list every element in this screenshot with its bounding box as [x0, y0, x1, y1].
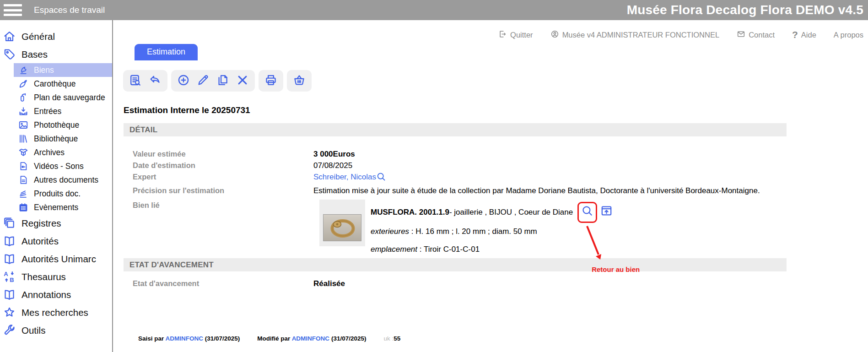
field-row-expert: Expert Schreiber, Nicolas — [124, 171, 868, 185]
sidebar-item-mes-recherches[interactable]: Mes recherches — [0, 303, 112, 321]
sidebar-item-bases[interactable]: Bases — [0, 45, 112, 63]
sidebar-item-produits-doc[interactable]: Produits doc. — [14, 187, 112, 200]
photo-icon — [18, 120, 28, 130]
apropos-label: A propos — [834, 31, 863, 39]
toolbar-group — [171, 70, 255, 92]
section-detail-header: DÉTAIL — [124, 123, 787, 136]
modifie-user-link[interactable]: ADMINFONC — [292, 335, 330, 342]
add-button[interactable] — [177, 74, 190, 88]
question-icon: ? — [792, 29, 798, 40]
aide-link[interactable]: ? Aide — [792, 29, 816, 40]
fire-extinguisher-icon — [18, 92, 28, 103]
open-record-button[interactable] — [581, 205, 593, 220]
sidebar-item-phototheque[interactable]: Photothèque — [14, 118, 112, 132]
field-label: Expert — [124, 171, 313, 183]
sidebar-item-outils[interactable]: Outils — [0, 321, 112, 339]
registers-icon — [3, 217, 16, 229]
field-label: Valeur estimée — [124, 148, 313, 160]
edit-button[interactable] — [197, 74, 210, 88]
pencil-icon — [197, 74, 210, 88]
dimensions-value: : H. 16 mm ; l. 20 mm ; diam. 50 mm — [409, 227, 537, 236]
paper-stack-icon — [18, 189, 28, 199]
sidebar-item-thesaurus[interactable]: ABThesaurus — [0, 268, 112, 286]
video-file-icon — [18, 161, 28, 171]
linked-item-thumbnail[interactable] — [319, 200, 365, 246]
sidebar-item-label: Autorités Unimarc — [22, 254, 96, 265]
back-button[interactable] — [149, 74, 162, 88]
user-icon — [550, 30, 559, 40]
sidebar-item-label: Autres documents — [34, 175, 98, 185]
section-progress-header: ETAT D'AVANCEMENT — [124, 258, 787, 271]
printer-icon — [264, 74, 277, 88]
sidebar-item-general[interactable]: Général — [0, 27, 112, 45]
sidebar-item-label: Archives — [34, 148, 65, 157]
linked-item-description: - joaillerie , BIJOU , Coeur de Diane — [449, 207, 573, 218]
sidebar-item-annotations[interactable]: Annotations — [0, 286, 112, 303]
menu-icon[interactable] — [4, 4, 22, 16]
contact-label: Contact — [749, 31, 775, 39]
plus-circle-icon — [177, 74, 190, 88]
expert-lookup-button[interactable] — [376, 172, 386, 185]
workspace-label: Espaces de travail — [34, 5, 105, 15]
user-label: Musée v4 ADMINISTRATEUR FONCTIONNEL — [562, 31, 720, 39]
sidebar-item-carotheque[interactable]: Carothèque — [14, 77, 112, 91]
inbox-download-icon — [18, 106, 28, 116]
location-value: : Tiroir C-01-C-01 — [417, 245, 480, 254]
display-list-button[interactable] — [129, 74, 142, 88]
sidebar-item-biens[interactable]: Biens — [14, 63, 112, 77]
envelope-icon — [737, 30, 745, 40]
sidebar-item-archives[interactable]: Archives — [14, 146, 112, 159]
sidebar-item-entrees[interactable]: Entrées — [14, 104, 112, 118]
sidebar-item-autorites-unimarc[interactable]: Autorités Unimarc — [0, 250, 112, 268]
linked-item-text: MUSFLORA. 2001.1.9 - joaillerie , BIJOU … — [371, 200, 613, 255]
sidebar-item-label: Autorités — [22, 236, 59, 247]
record-footer: Saisi par ADMINFONC (31/07/2025) Modifié… — [138, 335, 868, 342]
sidebar-item-bibliotheque[interactable]: Bibliothèque — [14, 132, 112, 146]
section-detail-title: DÉTAIL — [129, 125, 157, 135]
sidebar-item-autorites[interactable]: Autorités — [0, 232, 112, 250]
delete-button[interactable] — [236, 74, 249, 88]
quitter-link[interactable]: Quitter — [498, 30, 533, 40]
sidebar-item-plan-de-sauvegarde[interactable]: Plan de sauvegarde — [14, 91, 112, 104]
detail-fields: Valeur estimée 3 000Euros Date d'estimat… — [124, 148, 868, 255]
open-book-icon — [3, 288, 16, 301]
field-value: 07/08/2025 — [313, 160, 352, 171]
tag-icon — [3, 48, 16, 60]
duplicate-button[interactable] — [216, 74, 229, 88]
sidebar-item-label: Outils — [22, 325, 45, 336]
dimensions-label: exterieures — [371, 227, 409, 236]
doc-file-icon — [18, 175, 28, 185]
open-book-icon — [3, 235, 16, 247]
open-window-button[interactable] — [600, 205, 613, 220]
modifie-info: Modifié par ADMINFONC (31/07/2025) — [257, 335, 366, 342]
sort-ab-icon: AB — [3, 271, 16, 283]
sidebar-item-label: Evènements — [34, 203, 78, 212]
contact-link[interactable]: Contact — [737, 30, 775, 40]
open-book-icon — [3, 253, 16, 265]
basket-icon — [293, 74, 306, 88]
sidebar-item-label: Produits doc. — [34, 189, 81, 199]
saisi-info: Saisi par ADMINFONC (31/07/2025) — [138, 335, 240, 342]
sidebar-item-videos-sons[interactable]: Vidéos - Sons — [14, 159, 112, 173]
apropos-link[interactable]: A propos — [834, 31, 863, 39]
annotation-label: Retour au bien — [592, 264, 640, 275]
expert-link[interactable]: Schreiber, Nicolas — [313, 173, 376, 181]
basket-button[interactable] — [293, 74, 306, 88]
field-value: 3 000Euros — [313, 148, 355, 160]
sidebar-item-evenements[interactable]: Evènements — [14, 200, 112, 214]
user-menu[interactable]: Musée v4 ADMINISTRATEUR FONCTIONNEL — [550, 30, 720, 40]
sidebar-nav: GénéralBasesBiensCarothèquePlan de sauve… — [0, 20, 113, 352]
field-label: Bien lié — [124, 200, 313, 211]
print-button[interactable] — [264, 74, 277, 88]
ring-photo — [323, 214, 361, 241]
sidebar-item-autres-documents[interactable]: Autres documents — [14, 173, 112, 187]
knight-icon — [18, 65, 28, 75]
svg-text:A: A — [4, 271, 8, 277]
saisi-user-link[interactable]: ADMINFONC — [166, 335, 204, 342]
quitter-label: Quitter — [510, 31, 533, 39]
sidebar-item-label: Registres — [22, 218, 61, 229]
sidebar-item-registres[interactable]: Registres — [0, 214, 112, 232]
window-up-icon — [600, 205, 613, 220]
top-header: Espaces de travail Musée Flora Decalog F… — [0, 0, 868, 20]
tab-estimation[interactable]: Estimation — [135, 44, 198, 60]
